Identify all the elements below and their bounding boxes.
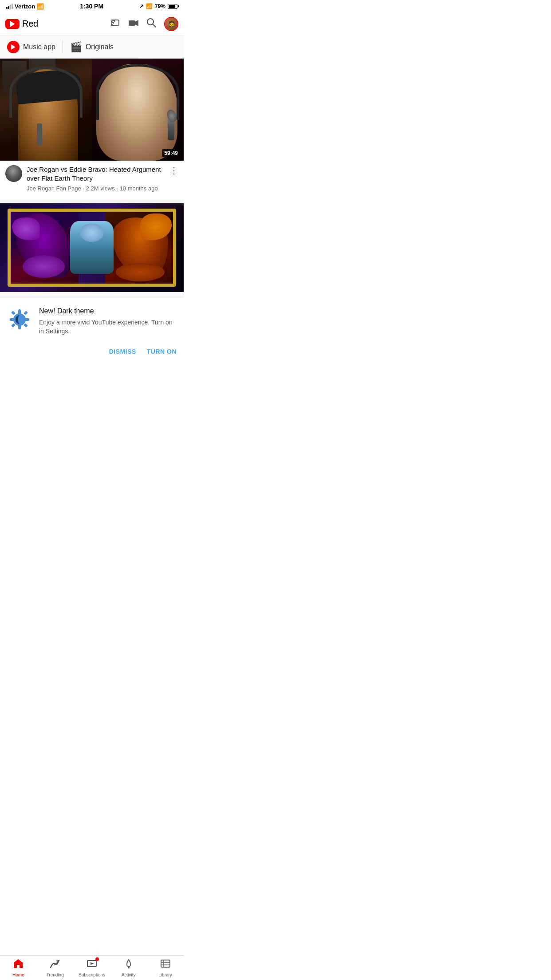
notification-title: New! Dark theme [39,307,177,315]
originals-tab-label: Originals [86,43,114,51]
logo-container: Red [5,19,111,29]
tabs-bar: Music app 🎬 Originals [0,36,184,59]
podcast-right-half [92,59,184,161]
video-age-1: 10 months ago [120,185,158,192]
game-center-figure [70,221,113,274]
game-thumbnail[interactable] [0,203,184,292]
battery-icon [168,4,177,9]
turn-on-button[interactable]: TURN ON [147,348,177,355]
svg-rect-1 [129,20,135,26]
top-nav: Red 🧔 [0,12,184,36]
svg-line-4 [153,24,156,27]
video-meta-1: Joe Rogan vs Eddie Bravo: Heated Argumen… [27,165,161,192]
game-creature-left [9,210,79,285]
video-card-2 [0,203,184,292]
dark-theme-notification: New! Dark theme Enjoy a more vivid YouTu… [0,296,184,364]
dark-theme-icon [7,307,32,332]
notification-text: New! Dark theme Enjoy a more vivid YouTu… [39,307,177,336]
section-separator [0,200,184,203]
battery-container [168,4,177,9]
music-tab-label: Music app [23,43,55,51]
bluetooth-icon: 📶 [146,3,153,9]
video-thumbnail-1[interactable]: METALTORONTOJAMES [0,59,184,161]
location-icon: ↗ [139,3,144,9]
svg-rect-9 [11,311,16,315]
video-info-1: Joe Rogan vs Eddie Bravo: Heated Argumen… [0,161,184,196]
podcast-left-half: METALTORONTOJAMES [0,59,92,161]
svg-rect-6 [18,325,21,329]
headphones-right-arc [96,64,179,120]
avatar-image: 🧔 [165,18,177,30]
music-tab-icon [7,41,20,53]
camera-icon[interactable] [129,19,138,29]
music-play-triangle [11,44,16,50]
creature-left-base [23,255,64,278]
nav-icons: 🧔 [111,17,178,31]
notification-actions: DISMISS TURN ON [7,344,177,355]
view-count-1: 2.2M views [86,185,115,192]
svg-marker-2 [135,20,138,26]
more-options-button-1[interactable]: ⋮ [166,165,178,175]
svg-rect-10 [24,311,28,315]
svg-rect-5 [18,310,21,314]
dot-separator-1: · [83,185,86,192]
carrier-label: Verizon [15,3,35,10]
headphones-left-arc [9,67,83,118]
video-duration: 59:49 [162,149,180,157]
app-name: Red [22,19,38,29]
creature-right-base [116,263,165,282]
channel-avatar-image [5,165,22,182]
battery-fill [169,5,175,8]
status-bar: Verizon 📶 1:30 PM ↗ 📶 79% [0,0,184,12]
podcast-thumbnail: METALTORONTOJAMES [0,59,184,161]
svg-rect-12 [24,323,28,328]
mic-left [37,123,42,146]
status-left: Verizon 📶 [6,3,44,10]
avatar-placeholder [5,165,22,182]
game-art-frame [8,209,177,287]
cast-icon[interactable] [111,19,121,29]
tab-divider [63,41,63,53]
channel-name-1: Joe Rogan Fan Page [27,185,81,192]
signal-bars [6,4,13,9]
dot-separator-2: · [116,185,119,192]
wifi-icon: 📶 [37,3,44,10]
user-avatar[interactable]: 🧔 [164,17,178,31]
youtube-logo[interactable] [5,19,20,29]
bottom-nav-spacer [0,364,184,389]
tab-music[interactable]: Music app [7,36,63,58]
notification-body: Enjoy a more vivid YouTube experience. T… [39,318,177,336]
dismiss-button[interactable]: DISMISS [109,348,136,355]
status-right: ↗ 📶 79% [139,3,177,9]
game-creature-right [105,210,175,285]
battery-percent: 79% [155,3,165,9]
video-title-1: Joe Rogan vs Eddie Bravo: Heated Argumen… [27,165,161,183]
yt-play-icon [10,21,15,27]
svg-rect-8 [25,318,29,321]
svg-rect-7 [10,318,14,321]
search-icon[interactable] [146,18,156,30]
time-display: 1:30 PM [80,3,103,10]
video-details-1: Joe Rogan Fan Page · 2.2M views · 10 mon… [27,185,161,192]
tab-originals[interactable]: 🎬 Originals [70,36,121,58]
svg-rect-11 [11,323,16,328]
originals-tab-icon: 🎬 [70,41,82,53]
channel-avatar-1[interactable] [5,165,22,182]
figure-head [80,223,104,242]
notification-content: New! Dark theme Enjoy a more vivid YouTu… [7,307,177,336]
video-card-1: METALTORONTOJAMES [0,59,184,196]
